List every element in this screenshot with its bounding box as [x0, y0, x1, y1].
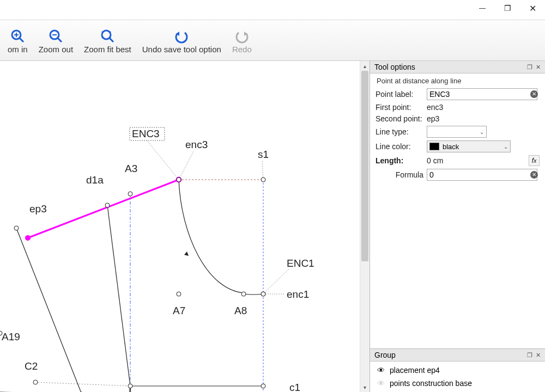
svg-text:A3: A3: [125, 163, 137, 174]
group-item[interactable]: 👁placement ep4: [373, 364, 542, 377]
zoom-out-icon: [48, 27, 63, 45]
svg-text:enc3: enc3: [185, 139, 208, 150]
window-close-button[interactable]: ✕: [520, 0, 545, 16]
length-label: Length:: [376, 156, 427, 165]
svg-line-8: [110, 38, 113, 42]
point-label-label: Point label:: [376, 90, 427, 99]
svg-text:ENC3: ENC3: [132, 128, 160, 139]
group-item[interactable]: 👁points construction base: [373, 377, 542, 390]
svg-point-40: [14, 226, 19, 230]
tool-options-header: Tool options ❐ ✕: [370, 61, 545, 74]
zoom-in-button[interactable]: om in: [2, 20, 33, 60]
first-point-label: First point:: [376, 103, 427, 112]
window-minimize-button[interactable]: —: [470, 0, 495, 16]
svg-point-57: [261, 384, 265, 388]
line-type-label: Line type:: [376, 127, 427, 136]
svg-text:A8: A8: [234, 305, 247, 316]
svg-point-34: [128, 192, 132, 196]
zoom-in-icon: [10, 27, 25, 45]
chevron-down-icon: ⌄: [504, 144, 508, 150]
svg-line-16: [107, 205, 130, 386]
vertical-scrollbar[interactable]: ▴ ▾: [360, 61, 370, 392]
group-item-label: placement ep4: [390, 366, 440, 375]
svg-line-5: [58, 38, 62, 42]
zoom-out-button[interactable]: Zoom out: [33, 20, 78, 60]
panel-detach-icon[interactable]: ❐: [527, 352, 532, 359]
svg-point-55: [128, 384, 132, 388]
tool-options-title: Tool options: [374, 63, 415, 71]
svg-point-47: [177, 292, 181, 296]
undo-label: Undo save tool option: [142, 45, 221, 54]
zoom-out-label: Zoom out: [39, 45, 73, 54]
scroll-down-arrow[interactable]: ▾: [360, 382, 370, 392]
scroll-up-arrow[interactable]: ▴: [360, 61, 370, 71]
svg-text:enc1: enc1: [287, 289, 309, 300]
svg-point-7: [102, 30, 111, 39]
length-value: 0 cm: [427, 156, 443, 165]
panel-close-icon[interactable]: ✕: [536, 64, 541, 71]
redo-icon: [234, 27, 250, 45]
tool-options-body: Point at distance along line Point label…: [370, 74, 545, 348]
line-type-combo[interactable]: ⌄: [427, 126, 487, 138]
svg-line-22: [146, 139, 179, 180]
panel-detach-icon[interactable]: ❐: [527, 64, 532, 71]
second-point-label: Second point:: [376, 114, 427, 123]
eye-outline-icon[interactable]: 👁: [377, 379, 385, 388]
panel-close-icon[interactable]: ✕: [536, 352, 541, 359]
svg-text:ENC1: ENC1: [287, 258, 314, 269]
chevron-down-icon: ⌄: [480, 129, 484, 135]
svg-point-51: [33, 380, 38, 384]
line-color-value: black: [443, 143, 459, 151]
redo-label: Redo: [232, 45, 252, 54]
line-color-label: Line color:: [376, 142, 427, 151]
group-list: 👁placement ep4👁points construction base: [370, 362, 545, 392]
main-toolbar: om in Zoom out Zoom fit best Undo save t…: [0, 20, 545, 61]
svg-line-20: [28, 180, 179, 238]
clear-icon[interactable]: ✕: [530, 171, 538, 179]
color-swatch: [429, 143, 439, 150]
formula-input[interactable]: [427, 169, 537, 181]
svg-text:A7: A7: [173, 305, 185, 316]
zoom-fit-label: Zoom fit best: [84, 45, 131, 54]
svg-text:d1a: d1a: [86, 174, 104, 186]
group-panel-header: Group ❐ ✕: [370, 349, 545, 362]
svg-point-45: [241, 292, 246, 296]
group-item-label: points construction base: [390, 379, 472, 388]
redo-button[interactable]: Redo: [227, 20, 257, 60]
svg-text:A19: A19: [2, 331, 20, 342]
svg-point-31: [177, 177, 181, 182]
line-color-combo[interactable]: black ⌄: [427, 140, 511, 152]
eye-icon[interactable]: 👁: [377, 366, 385, 375]
undo-icon: [174, 27, 189, 45]
svg-line-1: [20, 38, 23, 42]
svg-line-23: [262, 161, 263, 180]
zoom-in-label: om in: [8, 45, 28, 54]
svg-line-12: [35, 382, 130, 386]
svg-text:C2: C2: [25, 360, 38, 372]
window-titlebar: — ❐ ✕: [0, 0, 545, 20]
second-point-value: ep3: [427, 114, 439, 123]
svg-point-36: [105, 203, 110, 207]
formula-fx-button[interactable]: fx: [529, 155, 540, 166]
clear-icon[interactable]: ✕: [530, 90, 538, 98]
svg-line-21: [179, 151, 193, 180]
svg-point-43: [261, 292, 265, 296]
formula-label: Formula: [376, 170, 427, 179]
svg-text:s1: s1: [258, 149, 269, 160]
point-label-input[interactable]: [427, 88, 537, 100]
window-maximize-button[interactable]: ❐: [495, 0, 520, 16]
svg-point-59: [25, 235, 31, 241]
drawing-canvas[interactable]: s1enc3ENC3A3d1aep3enc1ENC1A8A7A19C2C1'c1…: [0, 61, 360, 392]
svg-line-24: [263, 269, 289, 294]
svg-text:c1: c1: [289, 382, 300, 392]
svg-text:ep3: ep3: [29, 203, 47, 215]
group-panel-title: Group: [374, 351, 396, 359]
first-point-value: enc3: [427, 103, 443, 112]
tool-options-subtitle: Point at distance along line: [376, 77, 540, 85]
zoom-fit-icon: [100, 27, 115, 45]
scroll-thumb[interactable]: [361, 71, 368, 261]
undo-button[interactable]: Undo save tool option: [137, 20, 227, 60]
zoom-fit-button[interactable]: Zoom fit best: [78, 20, 137, 60]
svg-point-27: [261, 177, 265, 182]
